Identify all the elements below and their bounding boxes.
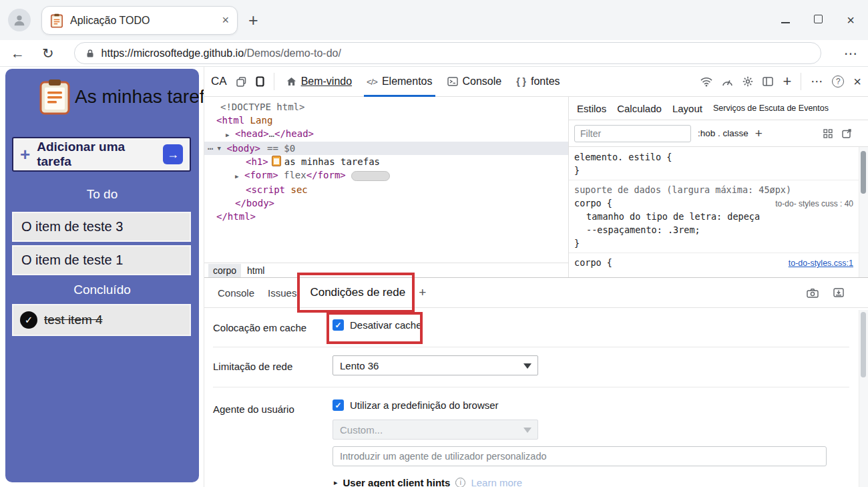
dom-row-script[interactable]: <script sec (204, 183, 568, 196)
window-minimize-button[interactable] (781, 14, 790, 26)
tag-head: <head> (235, 128, 269, 139)
learn-more-link[interactable]: Learn more (471, 477, 522, 487)
disable-cache-label[interactable]: Desativar cache (350, 319, 422, 331)
breadcrumb-body[interactable]: corpo (208, 264, 241, 277)
todo-item[interactable]: O item de teste 3 (12, 212, 191, 242)
tag-html: <html (216, 115, 244, 126)
performance-gauge-icon[interactable] (722, 77, 733, 86)
url-text: https://microsoftedge.github.io/Demos/de… (101, 47, 341, 59)
media-query[interactable]: suporte de dados (largura máxima: 45øpx) (569, 183, 859, 196)
profile-avatar[interactable] (8, 9, 31, 31)
breadcrumb-html[interactable]: html (242, 265, 269, 276)
rule-selector: corpo { (574, 196, 612, 210)
back-button[interactable]: ← (11, 45, 25, 61)
tab-layout[interactable]: Layout (672, 103, 702, 114)
collapse-arrow-icon[interactable]: ▼ (217, 142, 226, 155)
styles-scrollbar[interactable] (859, 147, 868, 277)
site-info-lock-icon[interactable] (85, 49, 95, 58)
scrollbar-thumb[interactable] (861, 151, 866, 194)
new-style-rule-icon[interactable]: + (755, 126, 763, 141)
expand-arrow-icon[interactable]: ▶ (235, 170, 244, 183)
expand-arrow-icon[interactable]: ▶ (226, 128, 235, 142)
dom-row-html-close[interactable]: </html> (204, 210, 568, 223)
inspect-element-icon[interactable] (236, 77, 246, 87)
inspect-label[interactable]: CA (211, 75, 227, 88)
help-icon[interactable]: ? (832, 75, 844, 88)
tag-body: <body> (226, 142, 260, 155)
settings-gear-icon[interactable] (742, 76, 753, 87)
window-maximize-button[interactable] (814, 14, 823, 26)
collapsed-content-icon[interactable]: … (269, 128, 274, 139)
scrollbar-thumb[interactable] (861, 312, 866, 377)
dom-row-html-open[interactable]: <html Lang (204, 114, 568, 127)
address-bar[interactable]: https://microsoftedge.github.io/Demos/de… (74, 42, 821, 64)
dom-row-body-selected[interactable]: ⋯▼<body>== $0 (204, 142, 568, 155)
devtools-menu-icon[interactable]: ⋯ (811, 74, 823, 89)
styles-filter-input[interactable] (574, 125, 691, 142)
dom-row-body-close[interactable]: </body> (204, 196, 568, 210)
browser-default-checkbox[interactable]: ✓ (333, 399, 344, 411)
device-emulation-icon[interactable] (256, 76, 264, 87)
client-hints-label: User agent client hints (343, 477, 451, 487)
network-conditions-wifi-icon[interactable] (700, 77, 712, 87)
disable-cache-checkbox[interactable]: ✓ (333, 319, 344, 331)
node-menu-icon[interactable]: ⋯ (208, 142, 214, 155)
add-task-button[interactable]: + Adicionar uma tarefa → (12, 137, 191, 172)
inline-style-rule[interactable]: elemento. estilo { (569, 150, 859, 164)
camera-icon[interactable] (807, 288, 819, 298)
refresh-button[interactable]: ↻ (42, 45, 54, 61)
style-rule[interactable]: corpo { to-do- styles cuss : 40 (569, 196, 859, 210)
more-tools-plus-icon[interactable]: + (783, 73, 791, 90)
tab-styles[interactable]: Estilos (577, 103, 606, 114)
dock-bottom-icon[interactable] (833, 288, 844, 297)
submit-arrow-icon[interactable]: → (163, 144, 183, 164)
flex-badge-label[interactable]: flex (284, 170, 306, 180)
badge-pill[interactable] (351, 171, 390, 181)
drawer-add-tab-icon[interactable]: + (419, 285, 426, 300)
dom-row-doctype[interactable]: <!DOCTYPE html> (204, 100, 568, 114)
stylesheet-link[interactable]: to-do-styles.css:1 (789, 259, 853, 268)
pseudo-class-toggles[interactable]: :hob . classe (698, 128, 748, 138)
css-property[interactable]: --espaçamento: .3rem; (569, 223, 859, 236)
tab-welcome[interactable]: Bem-vindo (284, 67, 355, 97)
tab-event-listeners[interactable]: Serviços de Escuta de Eventos (713, 104, 829, 113)
custom-ua-input[interactable] (333, 446, 827, 466)
layout-panel-icon[interactable] (763, 77, 773, 86)
done-item[interactable]: ✓ test item 4 (12, 304, 191, 336)
client-hints-row[interactable]: ▸ User agent client hints i Learn more (334, 477, 522, 487)
dom-row-h1[interactable]: <h1>as minhas tarefas (204, 155, 568, 168)
css-property[interactable]: tamanho do tipo de letra: depeça (569, 210, 859, 223)
disable-cache-row[interactable]: ✓ Desativar cache (333, 319, 422, 331)
dom-row-form[interactable]: ▶<form> flex</form> (204, 168, 568, 183)
browser-default-label[interactable]: Utilizar a predefinição do browser (350, 399, 499, 411)
window-close-button[interactable]: × (847, 13, 855, 28)
popout-icon[interactable] (842, 129, 852, 138)
drawer-tab-console[interactable]: Console (218, 287, 254, 299)
todo-item[interactable]: O item de teste 1 (12, 245, 191, 275)
devtools-close-icon[interactable]: × (853, 74, 861, 90)
browser-default-row[interactable]: ✓ Utilizar a predefinição do browser (333, 399, 499, 411)
h1-text: as minhas tarefas (284, 156, 380, 167)
tab-close-icon[interactable]: × (222, 13, 229, 27)
tag-h1: <h1> (246, 156, 268, 167)
tab-computed[interactable]: Calculado (617, 103, 662, 114)
drawer-tab-issues[interactable]: Issues (268, 287, 296, 299)
expand-arrow-icon[interactable]: ▸ (334, 478, 338, 487)
todo-app-panel: As minhas tarefas + Adicionar uma tarefa… (5, 69, 199, 482)
throttling-select[interactable]: Lento 36 (333, 355, 538, 375)
browser-tab[interactable]: Aplicação TODO × (41, 6, 238, 35)
dom-row-head[interactable]: ▶<head>…</head> (204, 127, 568, 142)
checked-circle-icon[interactable]: ✓ (20, 311, 37, 329)
devtools-panel: CA Bem-vindo </> Elementos Console { } (204, 67, 868, 487)
tab-elements[interactable]: </> Elementos (364, 67, 435, 97)
tab-console[interactable]: Console (445, 67, 505, 97)
drawer-tab-network-conditions[interactable]: Condições de rede (310, 286, 405, 299)
rule-source[interactable]: to-do- styles cuss : 40 (775, 199, 853, 208)
tab-sources[interactable]: { } fontes (513, 67, 562, 97)
new-tab-button[interactable]: + (248, 11, 258, 30)
grid-toggle-icon[interactable] (823, 129, 833, 138)
browser-menu-button[interactable]: ⋯ (841, 45, 857, 61)
drawer-scrollbar[interactable] (859, 310, 868, 487)
info-icon[interactable]: i (455, 478, 465, 487)
style-rule[interactable]: corpo { to-do-styles.css:1 (569, 256, 859, 269)
